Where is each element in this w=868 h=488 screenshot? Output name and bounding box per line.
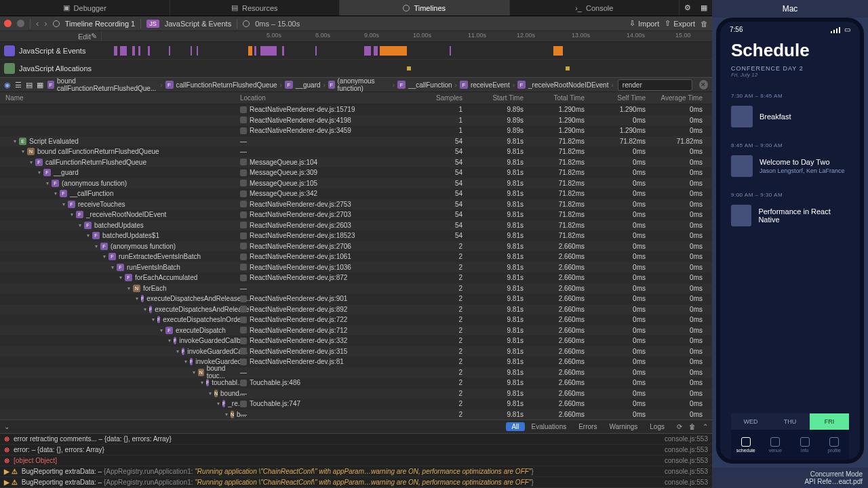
nav-info[interactable]: info <box>790 430 820 460</box>
clear-filter-button[interactable]: ✕ <box>699 80 708 89</box>
col-samples[interactable]: Samples <box>427 94 468 102</box>
recording-name[interactable]: Timeline Recording 1 <box>65 20 136 28</box>
table-row[interactable]: ▾ F invokeGuardedCa...ReactNativeRendere… <box>0 346 712 357</box>
table-row[interactable]: ▾ F (anonymous function)MessageQueue.js:… <box>0 178 712 189</box>
back-button[interactable]: ‹ <box>36 18 39 28</box>
table-row[interactable]: ▾ F executeDispatchesInOrderReactNativeR… <box>0 314 712 325</box>
clock: 7:56 <box>730 26 743 33</box>
table-row[interactable]: ▾ E Script Evaluated—549.81s71.82ms71.82… <box>0 136 712 147</box>
record-button[interactable] <box>4 20 12 27</box>
tab-timelines[interactable]: Timelines <box>340 0 510 16</box>
flame-icon[interactable]: ▦ <box>37 81 43 89</box>
table-row[interactable]: ▾ F receiveTouchesReactNativeRenderer-de… <box>0 199 712 210</box>
table-row[interactable]: ReactNativeRenderer-dev.js:1571919.89s1.… <box>0 104 712 115</box>
list-icon[interactable]: ☰ <box>15 81 22 89</box>
event-image <box>731 155 753 177</box>
panel-toggle-icon[interactable]: ▦ <box>696 0 712 16</box>
table-row[interactable]: ▾ F __guardMessageQueue.js:309549.81s71.… <box>0 167 712 178</box>
console-output[interactable]: ⊗error retracting comments... – {data: {… <box>0 433 712 488</box>
schedule-icon <box>741 437 751 447</box>
forward-button[interactable]: › <box>44 18 47 28</box>
table-row[interactable]: ReactNativeRenderer-dev.js:345919.89s1.2… <box>0 125 712 136</box>
table-row[interactable]: ▾ N bound touc...—29.81s2.660ms0ms0ms <box>0 367 712 378</box>
table-row[interactable]: ▾ F callFunctionReturnFlushedQueueMessag… <box>0 157 712 168</box>
table-row[interactable]: ▾ F (anonymous function)ReactNativeRende… <box>0 241 712 252</box>
col-start[interactable]: Start Time <box>468 94 529 102</box>
import-button[interactable]: ⇩Import <box>629 19 659 28</box>
breadcrumb-item[interactable]: Fbound callFunctionReturnFlushedQue...› <box>47 77 163 92</box>
console-toggle-icon[interactable]: ⌄ <box>4 423 9 430</box>
filter-pill-evaluations[interactable]: Evaluations <box>526 422 572 431</box>
table-row[interactable]: ▾ F _receiveRootNodeIDEventReactNativeRe… <box>0 209 712 220</box>
event-item[interactable]: Breakfast <box>731 106 849 127</box>
picker-icon[interactable]: ◉ <box>4 81 11 89</box>
export-button[interactable]: ⇧Export <box>665 19 695 28</box>
breadcrumb-item[interactable]: FcallFunctionReturnFlushedQueue› <box>165 77 282 92</box>
filter-pill-warnings[interactable]: Warnings <box>604 422 643 431</box>
table-row[interactable]: ▾ F executeDispatchesAndReleaseT...React… <box>0 293 712 304</box>
breadcrumb-item[interactable]: F_receiveRootNodeIDEvent› <box>517 77 614 92</box>
console-line[interactable]: ▶ ⚠BugReporting extraData: – {AppRegistr… <box>0 477 712 488</box>
table-row[interactable]: ▾ F executeDispatchReactNativeRenderer-d… <box>0 325 712 336</box>
day-date: Fri, July 12 <box>731 72 849 78</box>
day-tab-fri[interactable]: FRI <box>810 413 849 430</box>
table-row[interactable]: ▾ F batchedUpdatesReactNativeRenderer-de… <box>0 220 712 231</box>
table-row[interactable]: ▾ N b...—29.81s2.660ms0ms0ms <box>0 409 712 420</box>
table-row[interactable]: ▾ F forEachAccumulatedReactNativeRendere… <box>0 272 712 283</box>
col-self[interactable]: Self Time <box>590 94 651 102</box>
filter-pill-logs[interactable]: Logs <box>644 422 670 431</box>
table-row[interactable]: ReactNativeRenderer-dev.js:419819.89s1.2… <box>0 115 712 126</box>
table-row[interactable]: ▾ N forEach—29.81s2.660ms0ms0ms <box>0 283 712 294</box>
track-allocations[interactable]: JavaScript Allocations <box>0 60 712 77</box>
table-row[interactable]: ▾ F executeDispatchesAndReleaseReactNati… <box>0 304 712 315</box>
table-row[interactable]: ▾ F __callFunctionMessageQueue.js:342549… <box>0 188 712 199</box>
breadcrumb-item[interactable]: FreceiveEvent› <box>460 77 515 92</box>
console-line[interactable]: ⊗[object Object]console.js:553 <box>0 455 712 466</box>
devtools-panel: ▣Debugger ▤Resources Timelines ›_Console… <box>0 0 712 488</box>
trash-icon[interactable]: 🗑 <box>701 20 708 28</box>
table-row[interactable]: ▾ F invokeGuardedCallb...ReactNativeRend… <box>0 336 712 346</box>
table-row[interactable]: ▾ F touchabl...Touchable.js:48629.81s2.6… <box>0 378 712 388</box>
table-row[interactable]: ▾ F batchedUpdates$1ReactNativeRenderer-… <box>0 230 712 241</box>
nav-profile[interactable]: profile <box>820 430 850 460</box>
filter-input[interactable] <box>618 79 692 91</box>
col-avg[interactable]: Average Time <box>651 94 712 102</box>
refresh-icon[interactable]: ⟳ <box>677 423 682 430</box>
nav-schedule[interactable]: schedule <box>731 430 761 460</box>
tab-resources[interactable]: ▤Resources <box>170 0 340 16</box>
col-total[interactable]: Total Time <box>529 94 590 102</box>
event-item[interactable]: Performance in React Native <box>731 205 849 226</box>
day-tab-wed[interactable]: WED <box>731 413 770 430</box>
collapse-icon[interactable]: ⌃ <box>703 423 708 430</box>
download-icon: ⇩ <box>629 19 635 28</box>
event-item[interactable]: Welcome to Day TwoJason Lengstorf, Ken L… <box>731 155 849 177</box>
filter-pill-all[interactable]: All <box>506 422 524 431</box>
day-label: CONFERENCE DAY 2 <box>731 65 849 72</box>
nav-venue[interactable]: venue <box>761 430 791 460</box>
table-row[interactable]: ▾ F runExtractedEventsInBatchReactNative… <box>0 251 712 262</box>
col-name[interactable]: Name <box>0 94 237 102</box>
tree-icon[interactable]: ▤ <box>26 81 33 89</box>
console-line[interactable]: ⊗error retracting comments... – {data: {… <box>0 434 712 445</box>
tab-debugger[interactable]: ▣Debugger <box>0 0 170 16</box>
filter-pill-errors[interactable]: Errors <box>573 422 602 431</box>
mode-label[interactable]: JavaScript & Events <box>165 20 231 28</box>
gear-icon[interactable]: ⚙ <box>679 0 696 16</box>
tab-console[interactable]: ›_Console <box>510 0 680 16</box>
col-location[interactable]: Location <box>237 94 427 102</box>
breadcrumb-item[interactable]: F(anonymous function)› <box>328 77 395 92</box>
breadcrumb-item[interactable]: F__guard› <box>285 77 326 92</box>
call-tree-body[interactable]: ReactNativeRenderer-dev.js:1571919.89s1.… <box>0 104 712 420</box>
day-tab-thu[interactable]: THU <box>770 413 810 430</box>
track-js-events[interactable]: JavaScript & Events <box>0 42 712 60</box>
stop-button[interactable] <box>17 20 24 27</box>
trash-icon[interactable]: 🗑 <box>689 423 696 430</box>
edit-button[interactable]: Edit ✎ <box>0 31 102 41</box>
table-row[interactable]: ▾ F runEventsInBatchReactNativeRenderer-… <box>0 262 712 273</box>
console-line[interactable]: ▶ ⚠BugReporting extraData: – {AppRegistr… <box>0 466 712 477</box>
table-row[interactable]: ▾ N bound...—29.81s2.660ms0ms0ms <box>0 388 712 399</box>
table-row[interactable]: ▾ N bound callFunctionReturnFlushedQueue… <box>0 146 712 157</box>
breadcrumb-item[interactable]: F__callFunction› <box>397 77 457 92</box>
table-row[interactable]: ▾ F _re...Touchable.js:74729.81s2.660ms0… <box>0 399 712 409</box>
console-line[interactable]: ⊗error: – {data: {}, errors: Array}conso… <box>0 445 712 455</box>
